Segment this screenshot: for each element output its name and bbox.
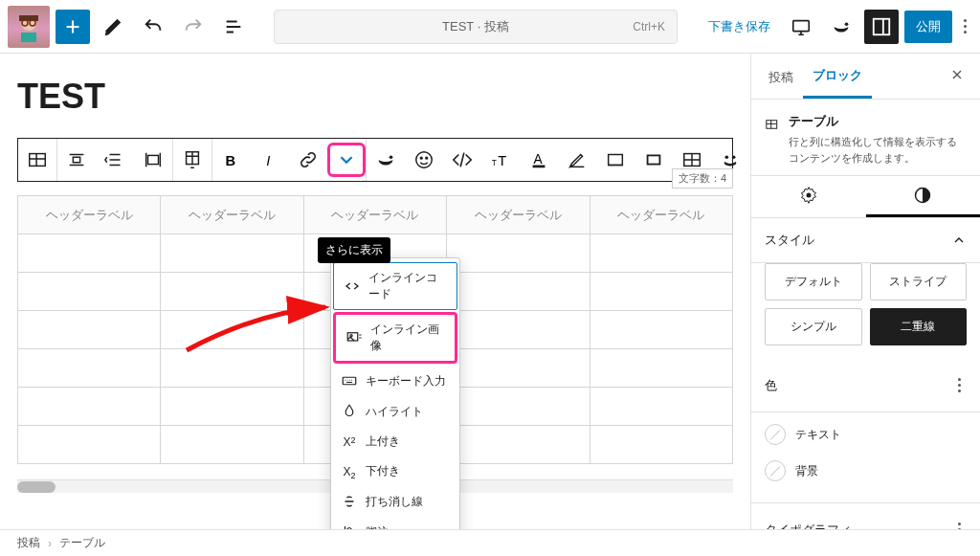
view-button[interactable] [784, 10, 818, 44]
block-type-table-icon[interactable] [18, 143, 56, 177]
block-description: 行と列に構造化して情報を表示するコンテンツを作成します。 [789, 134, 967, 166]
clear-format-button[interactable] [596, 143, 635, 177]
align-button[interactable] [57, 143, 96, 177]
svg-rect-1 [19, 15, 38, 21]
rich-text-dropdown: インラインコード インライン画像 キーボード入力 ハイライト X2上付き X2下… [330, 257, 460, 529]
subtab-settings[interactable] [751, 176, 866, 217]
table-header[interactable]: ヘッダーラベル [303, 196, 446, 234]
typography-section: タイポグラフィ [751, 502, 980, 529]
style-simple[interactable]: シンプル [765, 308, 862, 345]
table-header[interactable]: ヘッダーラベル [590, 196, 732, 234]
document-title-bar[interactable]: TEST · 投稿 Ctrl+K [274, 10, 678, 44]
tab-post[interactable]: 投稿 [759, 56, 803, 98]
edit-table-button[interactable] [173, 143, 212, 177]
dd-subscript[interactable]: X2下付き [331, 456, 459, 486]
document-title: TEST · 投稿 [442, 18, 509, 35]
code-button[interactable] [443, 143, 481, 177]
svg-point-15 [416, 152, 433, 168]
more-rich-text-button[interactable] [327, 143, 366, 177]
table-icon [765, 113, 779, 136]
tab-block[interactable]: ブロック [803, 54, 872, 99]
publish-button[interactable]: 公開 [904, 11, 952, 43]
italic-button[interactable]: I [251, 143, 289, 177]
breadcrumb-leaf[interactable]: テーブル [59, 535, 105, 551]
style-double[interactable]: 二重線 [870, 308, 968, 345]
document-outline-button[interactable] [216, 10, 251, 44]
svg-point-14 [390, 155, 393, 159]
color-options-button[interactable] [952, 372, 967, 398]
block-inserter-button[interactable] [56, 10, 90, 44]
svg-point-27 [732, 155, 736, 159]
bold-button[interactable]: B [212, 143, 251, 177]
dd-strikethrough[interactable]: 打ち消し線 [331, 486, 459, 517]
subtab-styles[interactable] [866, 176, 981, 217]
site-avatar[interactable] [8, 6, 50, 48]
table-header[interactable]: ヘッダーラベル [447, 196, 590, 234]
redo-button[interactable] [176, 10, 211, 44]
column-align-button[interactable] [134, 143, 172, 177]
color-background[interactable]: 背景 [765, 453, 967, 489]
more-options-button[interactable] [958, 13, 972, 39]
svg-rect-5 [793, 20, 810, 31]
svg-text:T: T [498, 153, 506, 168]
text-color-button[interactable]: A [520, 143, 558, 177]
settings-sidebar: 投稿 ブロック テーブル 行と列に構造化して情報を表示するコンテンツを作成します… [750, 54, 980, 529]
command-shortcut: Ctrl+K [633, 20, 665, 33]
svg-rect-21 [533, 166, 546, 168]
svg-point-16 [420, 157, 422, 159]
svg-rect-9 [73, 157, 79, 163]
dd-keyboard[interactable]: キーボード入力 [331, 366, 459, 396]
background-button[interactable] [635, 143, 673, 177]
settings-panel-toggle[interactable] [864, 10, 899, 44]
svg-point-26 [725, 155, 729, 159]
svg-text:I: I [266, 153, 270, 168]
post-title[interactable]: TEST [17, 77, 733, 117]
swell-icon[interactable] [367, 143, 405, 177]
block-breadcrumb: 投稿 › テーブル [0, 529, 980, 556]
jetpack-icon[interactable] [824, 10, 858, 44]
close-sidebar-button[interactable] [942, 59, 972, 93]
move-button[interactable] [96, 143, 134, 177]
svg-rect-22 [609, 155, 623, 166]
svg-text:T: T [492, 159, 497, 167]
annotation-arrow [182, 293, 335, 360]
breadcrumb-root[interactable]: 投稿 [17, 535, 40, 551]
typo-options-button[interactable] [952, 517, 967, 529]
tooltip-show-more: さらに表示 [318, 237, 390, 263]
character-count: 文字数：4 [672, 168, 733, 189]
table-header[interactable]: ヘッダーラベル [161, 196, 303, 234]
save-draft-button[interactable]: 下書き保存 [701, 18, 778, 35]
style-stripe[interactable]: ストライプ [870, 263, 968, 300]
svg-point-32 [806, 193, 811, 198]
highlight-button[interactable] [558, 143, 596, 177]
font-size-button[interactable]: TT [481, 143, 520, 177]
swatch-none-icon [765, 424, 786, 445]
dd-highlight[interactable]: ハイライト [331, 396, 459, 427]
svg-text:A: A [534, 152, 544, 167]
svg-point-17 [426, 157, 428, 159]
link-button[interactable] [289, 143, 327, 177]
svg-rect-30 [343, 377, 356, 385]
svg-rect-4 [21, 33, 36, 42]
editor-canvas: TEST 文字数：4 B I TT A [0, 54, 750, 529]
table-header[interactable]: ヘッダーラベル [18, 196, 161, 234]
tools-button[interactable] [96, 10, 130, 44]
block-toolbar: B I TT A [17, 138, 733, 182]
dd-inline-image[interactable]: インライン画像 [333, 312, 457, 364]
svg-rect-10 [148, 155, 159, 164]
dd-superscript[interactable]: X2上付き [331, 427, 459, 456]
dd-inline-code[interactable]: インラインコード [333, 262, 457, 310]
svg-rect-7 [874, 18, 890, 34]
style-default[interactable]: デフォルト [765, 263, 862, 300]
color-text[interactable]: テキスト [765, 416, 967, 453]
svg-rect-8 [30, 154, 46, 167]
top-toolbar: TEST · 投稿 Ctrl+K 下書き保存 公開 [0, 0, 980, 54]
undo-button[interactable] [136, 10, 170, 44]
color-section: 色 [751, 359, 980, 412]
svg-text:B: B [226, 153, 236, 168]
svg-rect-24 [649, 156, 659, 163]
style-section-toggle[interactable]: スタイル [751, 218, 980, 263]
dd-footnote[interactable]: 脚注 [331, 517, 459, 529]
swatch-none-icon [765, 460, 786, 481]
emoji-button[interactable] [405, 143, 443, 177]
